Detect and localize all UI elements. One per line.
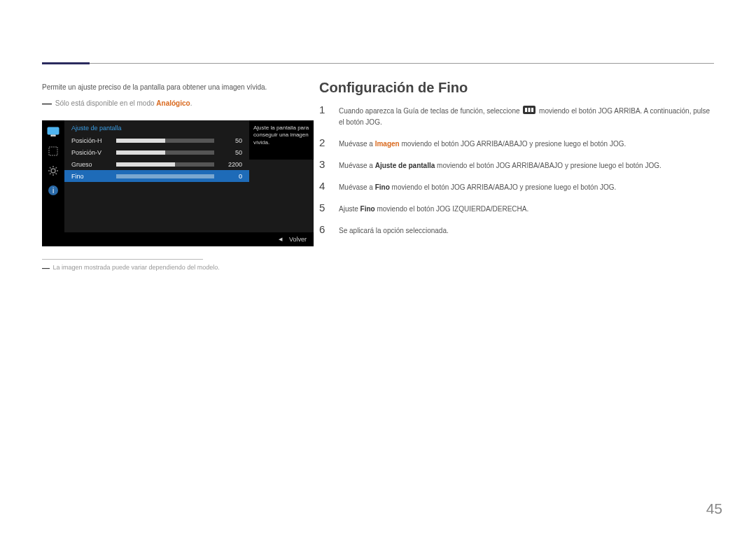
step: 3Muévase a Ajuste de pantalla moviendo e… — [319, 159, 714, 171]
osd-screenshot: i Ajuste de pantalla Posición-H50Posició… — [42, 120, 314, 246]
osd-slider-fill — [116, 150, 165, 155]
svg-text:i: i — [52, 187, 54, 195]
step-number: 2 — [319, 137, 329, 149]
osd-slider — [116, 139, 214, 143]
step-body: Ajuste Fino moviendo el botón JOG IZQUIE… — [339, 202, 714, 214]
osd-rows: Posición-H50Posición-V50Grueso2200Fino0 — [64, 134, 249, 182]
bold-term: Fino — [375, 183, 390, 191]
osd-row-value: 2200 — [220, 161, 242, 168]
osd-row: Grueso2200 — [64, 158, 249, 170]
step-body: Muévase a Fino moviendo el botón JOG ARR… — [339, 181, 714, 192]
osd-row: Posición-H50 — [64, 134, 249, 146]
section-title: Configuración de Fino — [319, 80, 714, 96]
step-body: Cuando aparezca la Guía de teclas de fun… — [339, 104, 714, 127]
bold-term: Ajuste de pantalla — [375, 162, 435, 169]
svg-line-10 — [50, 174, 51, 175]
osd-row-value: 0 — [220, 173, 242, 180]
svg-line-8 — [50, 167, 51, 169]
osd-row-label: Posición-V — [71, 149, 116, 156]
menu-icon — [523, 106, 536, 117]
availability-note: ― Sólo está disponible en el modo Analóg… — [42, 98, 322, 109]
step-number: 1 — [319, 104, 329, 127]
svg-rect-1 — [51, 135, 55, 136]
osd-row-label: Posición-H — [71, 137, 116, 144]
svg-rect-2 — [49, 147, 57, 155]
osd-slider — [116, 150, 214, 155]
osd-footer: ◀ Volver — [64, 232, 314, 246]
svg-line-11 — [56, 167, 57, 169]
svg-rect-16 — [528, 108, 531, 112]
info-icon: i — [46, 183, 60, 197]
step: 1Cuando aparezca la Guía de teclas de fu… — [319, 104, 714, 127]
osd-slider — [116, 174, 214, 178]
osd-row-value: 50 — [220, 149, 242, 156]
step: 4Muévase a Fino moviendo el botón JOG AR… — [319, 181, 714, 192]
monitor-icon — [46, 125, 60, 139]
step-number: 5 — [319, 202, 329, 214]
caption-dash-icon: ― — [42, 264, 50, 272]
right-column: Configuración de Fino 1Cuando aparezca l… — [319, 80, 714, 246]
note-highlight: Analógico — [156, 99, 190, 107]
osd-row: Fino0 — [64, 170, 249, 182]
osd-sidebar: i — [42, 120, 64, 246]
svg-rect-0 — [48, 127, 59, 134]
osd-row-value: 50 — [220, 137, 242, 144]
note-dash-icon: ― — [42, 98, 52, 109]
osd-row-label: Fino — [71, 173, 116, 180]
step: 6Se aplicará la opción seleccionada. — [319, 224, 714, 236]
osd-description: Ajuste la pantalla para conseguir una im… — [249, 120, 314, 160]
osd-slider — [116, 162, 214, 167]
step-number: 6 — [319, 224, 329, 236]
svg-point-3 — [51, 169, 55, 173]
caption-text: ― La imagen mostrada puede variar depend… — [42, 264, 322, 272]
highlight-term: Imagen — [375, 140, 400, 148]
svg-rect-17 — [531, 108, 533, 112]
step-number: 4 — [319, 181, 329, 192]
step: 2Muévase a Imagen moviendo el botón JOG … — [319, 137, 714, 149]
gear-icon — [46, 164, 60, 178]
step: 5Ajuste Fino moviendo el botón JOG IZQUI… — [319, 202, 714, 214]
osd-back-label: Volver — [289, 236, 307, 243]
osd-panel: Ajuste de pantalla Posición-H50Posición-… — [64, 120, 314, 232]
left-column: Permite un ajuste preciso de la pantalla… — [42, 83, 322, 272]
header-rule — [42, 63, 714, 64]
bold-term: Fino — [360, 205, 375, 213]
osd-row-label: Grueso — [71, 161, 116, 168]
steps-list: 1Cuando aparezca la Guía de teclas de fu… — [319, 104, 714, 236]
step-body: Muévase a Ajuste de pantalla moviendo el… — [339, 159, 714, 171]
step-body: Muévase a Imagen moviendo el botón JOG A… — [339, 137, 714, 149]
step-number: 3 — [319, 159, 329, 171]
note-suffix: . — [190, 99, 192, 107]
note-prefix: Sólo está disponible en el modo — [55, 99, 157, 107]
page-number: 45 — [706, 500, 722, 517]
header-accent — [42, 62, 90, 64]
osd-slider-fill — [116, 139, 165, 143]
caption-rule — [42, 259, 203, 260]
caption-body: La imagen mostrada puede variar dependie… — [53, 264, 220, 271]
svg-rect-15 — [525, 108, 527, 112]
picture-frame-icon — [46, 144, 60, 158]
osd-row: Posición-V50 — [64, 146, 249, 158]
step-body: Se aplicará la opción seleccionada. — [339, 224, 714, 236]
osd-slider-fill — [116, 162, 175, 167]
back-triangle-icon: ◀ — [279, 237, 282, 242]
intro-text: Permite un ajuste preciso de la pantalla… — [42, 83, 322, 92]
svg-line-9 — [56, 174, 57, 175]
